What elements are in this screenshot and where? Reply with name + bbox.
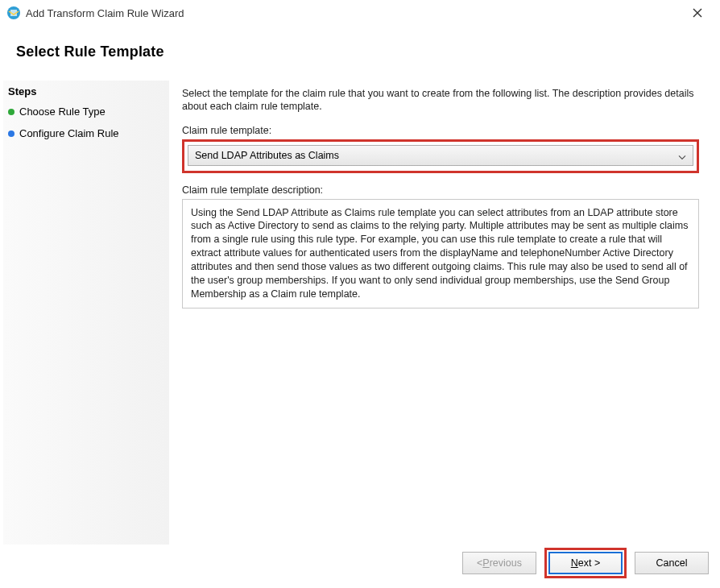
title-bar: Add Transform Claim Rule Wizard [0,0,720,26]
previous-button: < Previous [462,552,536,574]
window-title: Add Transform Claim Rule Wizard [26,7,681,19]
step-label: Configure Claim Rule [19,127,119,139]
app-icon [6,6,21,20]
cancel-button[interactable]: Cancel [635,552,709,574]
wizard-footer: < Previous Next > Cancel [462,548,709,578]
next-button[interactable]: Next > [548,552,623,574]
template-dropdown-highlight: Send LDAP Attributes as Claims [182,139,699,173]
close-icon [693,8,702,18]
steps-title: Steps [6,84,169,102]
template-label: Claim rule template: [182,125,699,136]
close-button[interactable] [681,2,714,24]
main-panel: Select the template for the claim rule t… [169,81,712,545]
step-choose-rule-type[interactable]: Choose Rule Type [6,102,169,124]
description-label: Claim rule template description: [182,184,699,196]
step-bullet-icon [8,109,14,115]
template-dropdown[interactable]: Send LDAP Attributes as Claims [188,145,693,166]
chevron-down-icon [678,151,686,162]
intro-text: Select the template for the claim rule t… [182,87,699,114]
next-button-highlight: Next > [544,548,627,578]
step-configure-claim-rule[interactable]: Configure Claim Rule [6,124,169,146]
steps-sidebar: Steps Choose Rule Type Configure Claim R… [3,81,169,545]
page-header: Select Rule Template [0,26,720,75]
step-bullet-icon [8,130,14,137]
description-box: Using the Send LDAP Attribute as Claims … [182,199,699,308]
template-selected-value: Send LDAP Attributes as Claims [195,150,339,161]
page-title: Select Rule Template [16,43,704,60]
step-label: Choose Rule Type [19,106,106,118]
body-area: Steps Choose Rule Type Configure Claim R… [3,81,712,545]
